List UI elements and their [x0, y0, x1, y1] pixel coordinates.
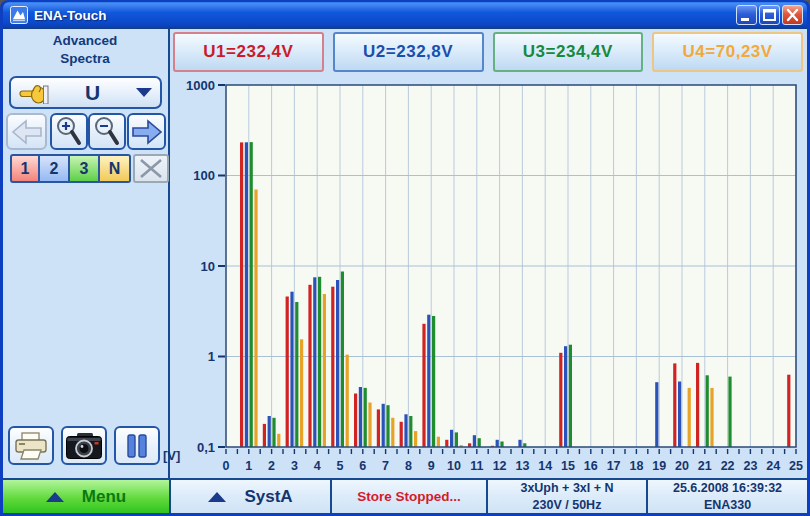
- quantity-dropdown[interactable]: U: [9, 76, 162, 109]
- svg-text:4: 4: [314, 459, 321, 473]
- system-button[interactable]: SystA: [169, 480, 330, 513]
- channel-3-button[interactable]: 3: [70, 154, 100, 183]
- zoom-out-button[interactable]: [88, 113, 126, 150]
- svg-text:3: 3: [291, 459, 298, 473]
- svg-text:19: 19: [652, 459, 666, 473]
- store-status: Store Stopped...: [330, 480, 486, 513]
- page-title: Advanced Spectra: [3, 32, 167, 68]
- svg-text:15: 15: [561, 459, 575, 473]
- spectrum-chart: 10001001010,1012345678910111213141516171…: [172, 75, 804, 479]
- svg-text:13: 13: [515, 459, 529, 473]
- title-bar[interactable]: ENA-Touch: [3, 2, 807, 28]
- svg-text:14: 14: [538, 459, 552, 473]
- svg-text:10: 10: [201, 259, 215, 274]
- readout-u2[interactable]: U2=232,8V: [333, 32, 484, 72]
- svg-text:23: 23: [743, 459, 757, 473]
- svg-text:5: 5: [337, 459, 344, 473]
- device-label: ENA330: [673, 497, 782, 513]
- svg-text:2: 2: [268, 459, 275, 473]
- svg-text:7: 7: [382, 459, 389, 473]
- next-button[interactable]: [127, 113, 166, 150]
- zoom-in-icon: [55, 116, 83, 147]
- channel-2-button[interactable]: 2: [40, 154, 70, 183]
- cross-icon: [138, 158, 164, 179]
- zoom-out-icon: [93, 116, 121, 147]
- menu-label: Menu: [82, 487, 126, 507]
- arrow-right-icon: [131, 117, 163, 147]
- svg-text:0: 0: [223, 459, 230, 473]
- up-arrow-icon: [46, 492, 64, 502]
- content-area: Advanced Spectra U1=232,4V U2=232,8V U3=…: [3, 28, 807, 512]
- status-bar: Menu SystA Store Stopped... 3xUph + 3xI …: [3, 478, 807, 513]
- svg-text:10: 10: [447, 459, 461, 473]
- hand-pointer-icon: [19, 82, 49, 104]
- chevron-down-icon: [136, 88, 152, 97]
- svg-text:21: 21: [698, 459, 712, 473]
- svg-text:12: 12: [493, 459, 507, 473]
- session-info: 25.6.2008 16:39:32 ENA330: [646, 480, 807, 513]
- svg-text:1000: 1000: [186, 78, 215, 93]
- channel-1-button[interactable]: 1: [10, 154, 40, 183]
- svg-text:22: 22: [721, 459, 735, 473]
- readout-u3[interactable]: U3=234,4V: [493, 32, 644, 72]
- minimize-button[interactable]: [736, 5, 757, 25]
- camera-icon: [65, 432, 103, 460]
- sidebar-divider: [168, 29, 170, 480]
- up-arrow-icon: [208, 492, 226, 502]
- system-label: SystA: [244, 487, 292, 507]
- svg-text:11: 11: [470, 459, 483, 473]
- print-button[interactable]: [8, 426, 54, 465]
- measurement-config: 3xUph + 3xI + N 230V / 50Hz: [486, 480, 646, 513]
- channel-selector: 1 2 3 N: [10, 154, 169, 183]
- datetime-label: 25.6.2008 16:39:32: [673, 480, 782, 496]
- config-line1: 3xUph + 3xI + N: [520, 480, 613, 496]
- maximize-icon: [760, 6, 779, 24]
- svg-text:1: 1: [245, 459, 252, 473]
- y-axis-unit-label: [V]: [163, 448, 180, 463]
- close-icon: [783, 6, 802, 24]
- svg-text:24: 24: [766, 459, 780, 473]
- svg-text:18: 18: [629, 459, 643, 473]
- readout-u4[interactable]: U4=70,23V: [652, 32, 803, 72]
- pause-button[interactable]: [114, 426, 160, 465]
- printer-icon: [13, 431, 49, 461]
- snapshot-button[interactable]: [61, 426, 107, 465]
- channel-n-button[interactable]: N: [100, 154, 131, 183]
- svg-text:1: 1: [208, 349, 215, 364]
- svg-text:16: 16: [584, 459, 598, 473]
- zoom-in-button[interactable]: [50, 113, 88, 150]
- prev-button[interactable]: [6, 113, 47, 150]
- svg-text:20: 20: [675, 459, 689, 473]
- svg-text:25: 25: [789, 459, 803, 473]
- readout-u1[interactable]: U1=232,4V: [173, 32, 324, 72]
- arrow-left-icon: [11, 117, 43, 147]
- svg-text:17: 17: [607, 459, 621, 473]
- minimize-icon: [737, 6, 756, 24]
- maximize-button[interactable]: [759, 5, 780, 25]
- quantity-value: U: [49, 81, 136, 105]
- svg-text:9: 9: [428, 459, 435, 473]
- svg-text:100: 100: [193, 168, 215, 183]
- svg-text:8: 8: [405, 459, 412, 473]
- channel-none-button[interactable]: [133, 154, 169, 183]
- svg-text:0,1: 0,1: [197, 440, 215, 455]
- app-window: ENA-Touch Advanced: [0, 0, 810, 516]
- app-icon: [10, 6, 28, 24]
- spectrum-chart-svg: 10001001010,1012345678910111213141516171…: [172, 75, 804, 479]
- config-line2: 230V / 50Hz: [520, 497, 613, 513]
- svg-text:6: 6: [359, 459, 366, 473]
- menu-button[interactable]: Menu: [3, 480, 169, 513]
- window-title: ENA-Touch: [34, 8, 736, 23]
- voltage-readouts: U1=232,4V U2=232,8V U3=234,4V U4=70,23V: [173, 32, 803, 72]
- close-button[interactable]: [782, 5, 803, 25]
- pause-icon: [123, 432, 151, 460]
